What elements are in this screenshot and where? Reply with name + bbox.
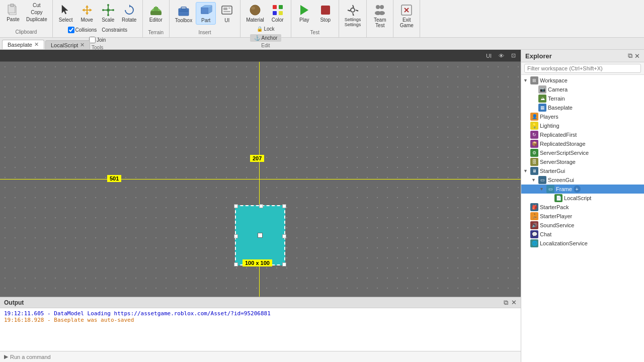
tree-arrow-screen-gui[interactable] <box>531 177 538 183</box>
output-popout-button[interactable]: ⧉ <box>504 299 508 307</box>
plus-badge-frame[interactable]: + <box>574 186 581 193</box>
tree-item-workspace[interactable]: ⊞Workspace <box>521 76 644 85</box>
editor-button[interactable]: Editor <box>146 2 166 24</box>
test-section: Play Stop Test <box>291 0 339 37</box>
tree-icon-frame: ▭ <box>546 185 554 193</box>
tree-item-players[interactable]: 👤Players <box>521 112 644 121</box>
lock-button[interactable]: 🔒 Lock <box>255 26 276 32</box>
scale-button[interactable]: Scale <box>98 2 118 24</box>
tree-icon-server-storage: 🗄 <box>530 158 538 166</box>
tree-label-players: Players <box>540 114 558 120</box>
play-button[interactable]: Play <box>294 2 314 24</box>
explorer-close-button[interactable]: ✕ <box>634 52 640 60</box>
handle-br[interactable] <box>282 262 286 266</box>
duplicate-button[interactable]: Duplicate <box>24 16 49 23</box>
handle-mr[interactable] <box>282 234 286 238</box>
settings-icon <box>346 3 360 17</box>
tab-baseplate[interactable]: Baseplate ✕ <box>2 40 44 49</box>
rotate-icon <box>122 3 136 17</box>
tree-item-localization-service[interactable]: 🌐LocalizationService <box>521 239 644 248</box>
material-label: Material <box>246 17 264 23</box>
collisions-checkbox-btn[interactable]: Collisions <box>66 26 99 34</box>
insert-section: Toolbox Part UI Insert <box>170 0 240 37</box>
handle-tr[interactable] <box>282 204 286 208</box>
move-label: Move <box>80 17 93 23</box>
tree-item-screen-gui[interactable]: ▭ScreenGui <box>521 175 644 185</box>
part-button[interactable]: Part <box>196 2 216 25</box>
tree-item-local-script[interactable]: 📄LocalScript <box>521 194 644 203</box>
cmd-input[interactable] <box>10 354 517 360</box>
tree-icon-sound-service: 🔊 <box>530 221 538 229</box>
viewport-eye-button[interactable]: 👁 <box>497 52 506 59</box>
tree-item-terrain[interactable]: ⛰Terrain <box>521 94 644 103</box>
team-test-button[interactable]: Team Test <box>370 2 390 29</box>
tree-item-server-script-service[interactable]: ⚙ServerScriptService <box>521 148 644 157</box>
paste-icon <box>6 3 20 17</box>
tab-localscript[interactable]: LocalScript ✕ <box>45 40 90 49</box>
tree-item-replicated-storage[interactable]: 📦ReplicatedStorage <box>521 139 644 148</box>
rotate-button[interactable]: Rotate <box>119 2 139 24</box>
handle-bl[interactable] <box>234 262 238 266</box>
explorer-popout-button[interactable]: ⧉ <box>628 52 632 60</box>
material-button[interactable]: Material <box>244 2 267 24</box>
tree-label-frame: Frame <box>556 186 572 192</box>
toolbox-button[interactable]: Toolbox <box>173 3 195 24</box>
svg-point-5 <box>107 9 110 12</box>
stop-button[interactable]: Stop <box>315 2 336 24</box>
tree-label-starter-gui: StarterGui <box>540 168 565 174</box>
tree-item-lighting[interactable]: 💡Lighting <box>521 121 644 130</box>
ui-button[interactable]: UI <box>217 3 237 24</box>
tree-label-replicated-first: ReplicatedFirst <box>540 132 577 138</box>
tree-arrow-frame[interactable] <box>539 187 546 192</box>
collisions-checkbox[interactable] <box>68 27 74 33</box>
tab-localscript-close[interactable]: ✕ <box>80 42 85 48</box>
select-button[interactable]: Select <box>56 2 76 24</box>
svg-rect-34 <box>279 11 283 15</box>
join-label: Join <box>97 37 106 43</box>
handle-tc[interactable] <box>259 204 263 208</box>
tree-item-starter-pack[interactable]: 🎒StarterPack <box>521 203 644 212</box>
svg-point-37 <box>351 8 355 12</box>
join-checkbox-btn[interactable]: Join <box>87 36 108 44</box>
explorer-filter-input[interactable] <box>524 64 641 73</box>
tab-baseplate-close[interactable]: ✕ <box>34 41 39 48</box>
tree-item-chat[interactable]: 💬Chat <box>521 230 644 239</box>
tree-label-terrain: Terrain <box>548 96 565 102</box>
tree-arrow-workspace[interactable] <box>523 78 530 83</box>
team-label: Team <box>374 17 386 23</box>
cut-button[interactable]: Cut <box>24 2 49 9</box>
handle-ml[interactable] <box>234 234 238 238</box>
selected-object[interactable] <box>235 205 285 265</box>
exit-game-button[interactable]: Exit Game <box>396 2 417 29</box>
stop-label: Stop <box>320 17 331 23</box>
tree-item-sound-service[interactable]: 🔊SoundService <box>521 221 644 230</box>
handle-tl[interactable] <box>234 204 238 208</box>
tree-item-starter-gui[interactable]: 🖥StarterGui <box>521 166 644 175</box>
color-button[interactable]: Color <box>268 2 288 24</box>
viewport-canvas[interactable]: 207 501 100 x 100 <box>0 62 521 297</box>
tree-arrow-starter-gui[interactable] <box>523 168 530 173</box>
output-close-button[interactable]: ✕ <box>511 299 517 307</box>
tree-item-replicated-first[interactable]: ↻ReplicatedFirst <box>521 130 644 139</box>
paste-button[interactable]: Paste <box>3 2 23 23</box>
move-button[interactable]: Move <box>77 2 97 24</box>
team-test-section: Team Test <box>367 0 393 37</box>
object-center-handle[interactable] <box>258 233 263 238</box>
svg-point-41 <box>379 11 385 15</box>
tree-icon-workspace: ⊞ <box>530 76 538 84</box>
game-settings-button[interactable]: Settings Settings <box>342 2 364 28</box>
tree-item-server-storage[interactable]: 🗄ServerStorage <box>521 157 644 166</box>
editor-label: Editor <box>149 17 163 23</box>
tree-label-server-script-service: ServerScriptService <box>540 150 589 156</box>
copy-button[interactable]: Copy <box>24 9 49 16</box>
svg-point-38 <box>376 5 380 9</box>
tree-item-camera[interactable]: 📷Camera <box>521 85 644 94</box>
viewport-fullscreen-button[interactable]: ⊡ <box>509 52 518 59</box>
output-line-1: 19:12:11.605 - DataModel Loading https:/… <box>4 310 517 317</box>
tree-item-starter-player[interactable]: 🏃StarterPlayer <box>521 212 644 221</box>
viewport-ui-button[interactable]: UI <box>484 52 494 59</box>
anchor-button[interactable]: ⚓ Anchor <box>250 34 282 42</box>
constraints-btn[interactable]: Constraints <box>100 27 129 33</box>
tree-item-baseplate[interactable]: ▦Baseplate <box>521 103 644 112</box>
tree-item-frame[interactable]: ▭Frame+ <box>521 185 644 194</box>
